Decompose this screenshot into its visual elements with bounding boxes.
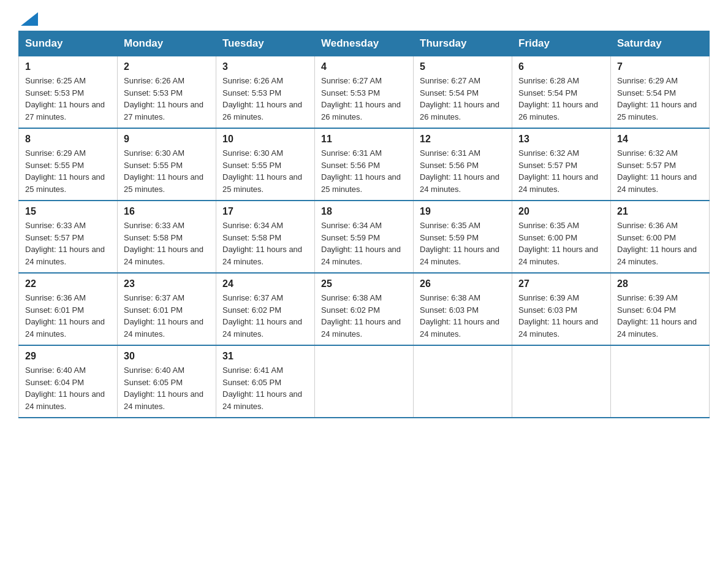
day-number: 29 (25, 351, 111, 362)
calendar-cell: 4 Sunrise: 6:27 AMSunset: 5:53 PMDayligh… (315, 56, 414, 129)
calendar-header-friday: Friday (512, 31, 611, 56)
day-number: 3 (222, 61, 308, 72)
day-info: Sunrise: 6:37 AMSunset: 6:01 PMDaylight:… (124, 292, 210, 340)
day-info: Sunrise: 6:28 AMSunset: 5:54 PMDaylight:… (518, 75, 604, 123)
day-number: 4 (321, 61, 407, 72)
day-number: 7 (617, 61, 703, 72)
calendar-cell: 7 Sunrise: 6:29 AMSunset: 5:54 PMDayligh… (611, 56, 710, 129)
calendar-header-saturday: Saturday (611, 31, 710, 56)
calendar-cell: 5 Sunrise: 6:27 AMSunset: 5:54 PMDayligh… (414, 56, 512, 129)
calendar-header-sunday: Sunday (19, 31, 118, 56)
day-number: 10 (222, 134, 308, 145)
calendar-cell: 8 Sunrise: 6:29 AMSunset: 5:55 PMDayligh… (19, 128, 118, 201)
calendar-cell: 17 Sunrise: 6:34 AMSunset: 5:58 PMDaylig… (216, 201, 315, 273)
calendar-cell: 30 Sunrise: 6:40 AMSunset: 6:05 PMDaylig… (118, 345, 216, 418)
logo-triangle-icon (21, 12, 38, 26)
day-info: Sunrise: 6:35 AMSunset: 6:00 PMDaylight:… (518, 220, 604, 267)
calendar-cell: 28 Sunrise: 6:39 AMSunset: 6:04 PMDaylig… (611, 273, 710, 345)
day-info: Sunrise: 6:36 AMSunset: 6:01 PMDaylight:… (25, 292, 111, 340)
day-info: Sunrise: 6:33 AMSunset: 5:58 PMDaylight:… (124, 220, 210, 267)
calendar-cell (414, 345, 512, 418)
calendar-cell: 23 Sunrise: 6:37 AMSunset: 6:01 PMDaylig… (118, 273, 216, 345)
calendar-cell: 24 Sunrise: 6:37 AMSunset: 6:02 PMDaylig… (216, 273, 315, 345)
calendar-table: SundayMondayTuesdayWednesdayThursdayFrid… (18, 31, 710, 418)
calendar-cell: 1 Sunrise: 6:25 AMSunset: 5:53 PMDayligh… (19, 56, 118, 129)
day-info: Sunrise: 6:31 AMSunset: 5:56 PMDaylight:… (321, 147, 407, 195)
calendar-cell: 25 Sunrise: 6:38 AMSunset: 6:02 PMDaylig… (315, 273, 414, 345)
day-info: Sunrise: 6:27 AMSunset: 5:53 PMDaylight:… (321, 75, 407, 123)
day-info: Sunrise: 6:27 AMSunset: 5:54 PMDaylight:… (420, 75, 506, 123)
calendar-week-row: 29 Sunrise: 6:40 AMSunset: 6:04 PMDaylig… (19, 345, 710, 418)
day-info: Sunrise: 6:40 AMSunset: 6:04 PMDaylight:… (25, 364, 111, 412)
day-info: Sunrise: 6:33 AMSunset: 5:57 PMDaylight:… (25, 220, 111, 267)
day-info: Sunrise: 6:31 AMSunset: 5:56 PMDaylight:… (420, 147, 506, 195)
day-number: 6 (518, 61, 604, 72)
day-number: 2 (124, 61, 210, 72)
day-number: 18 (321, 206, 407, 217)
calendar-cell: 13 Sunrise: 6:32 AMSunset: 5:57 PMDaylig… (512, 128, 611, 201)
calendar-cell: 26 Sunrise: 6:38 AMSunset: 6:03 PMDaylig… (414, 273, 512, 345)
day-info: Sunrise: 6:29 AMSunset: 5:55 PMDaylight:… (25, 147, 111, 195)
calendar-cell: 22 Sunrise: 6:36 AMSunset: 6:01 PMDaylig… (19, 273, 118, 345)
day-info: Sunrise: 6:37 AMSunset: 6:02 PMDaylight:… (222, 292, 308, 340)
day-number: 17 (222, 206, 308, 217)
day-number: 28 (617, 278, 703, 289)
calendar-cell: 20 Sunrise: 6:35 AMSunset: 6:00 PMDaylig… (512, 201, 611, 273)
day-number: 14 (617, 134, 703, 145)
logo (18, 12, 38, 25)
calendar-cell: 9 Sunrise: 6:30 AMSunset: 5:55 PMDayligh… (118, 128, 216, 201)
day-info: Sunrise: 6:34 AMSunset: 5:58 PMDaylight:… (222, 220, 308, 267)
calendar-cell: 10 Sunrise: 6:30 AMSunset: 5:55 PMDaylig… (216, 128, 315, 201)
day-number: 27 (518, 278, 604, 289)
calendar-cell: 3 Sunrise: 6:26 AMSunset: 5:53 PMDayligh… (216, 56, 315, 129)
day-info: Sunrise: 6:38 AMSunset: 6:02 PMDaylight:… (321, 292, 407, 340)
day-info: Sunrise: 6:40 AMSunset: 6:05 PMDaylight:… (124, 364, 210, 412)
day-number: 19 (420, 206, 506, 217)
calendar-cell: 14 Sunrise: 6:32 AMSunset: 5:57 PMDaylig… (611, 128, 710, 201)
day-number: 13 (518, 134, 604, 145)
calendar-cell: 2 Sunrise: 6:26 AMSunset: 5:53 PMDayligh… (118, 56, 216, 129)
day-info: Sunrise: 6:35 AMSunset: 5:59 PMDaylight:… (420, 220, 506, 267)
day-number: 23 (124, 278, 210, 289)
day-info: Sunrise: 6:26 AMSunset: 5:53 PMDaylight:… (124, 75, 210, 123)
calendar-cell (512, 345, 611, 418)
day-info: Sunrise: 6:30 AMSunset: 5:55 PMDaylight:… (124, 147, 210, 195)
day-number: 24 (222, 278, 308, 289)
calendar-week-row: 15 Sunrise: 6:33 AMSunset: 5:57 PMDaylig… (19, 201, 710, 273)
day-number: 26 (420, 278, 506, 289)
calendar-cell (315, 345, 414, 418)
day-info: Sunrise: 6:41 AMSunset: 6:05 PMDaylight:… (222, 364, 308, 412)
day-info: Sunrise: 6:26 AMSunset: 5:53 PMDaylight:… (222, 75, 308, 123)
day-number: 16 (124, 206, 210, 217)
day-number: 9 (124, 134, 210, 145)
calendar-header-wednesday: Wednesday (315, 31, 414, 56)
day-info: Sunrise: 6:39 AMSunset: 6:04 PMDaylight:… (617, 292, 703, 340)
calendar-cell: 12 Sunrise: 6:31 AMSunset: 5:56 PMDaylig… (414, 128, 512, 201)
calendar-cell: 16 Sunrise: 6:33 AMSunset: 5:58 PMDaylig… (118, 201, 216, 273)
day-info: Sunrise: 6:32 AMSunset: 5:57 PMDaylight:… (617, 147, 703, 195)
calendar-cell: 19 Sunrise: 6:35 AMSunset: 5:59 PMDaylig… (414, 201, 512, 273)
day-number: 1 (25, 61, 111, 72)
day-number: 30 (124, 351, 210, 362)
calendar-header-thursday: Thursday (414, 31, 512, 56)
page-header (18, 12, 710, 25)
calendar-cell: 21 Sunrise: 6:36 AMSunset: 6:00 PMDaylig… (611, 201, 710, 273)
calendar-week-row: 22 Sunrise: 6:36 AMSunset: 6:01 PMDaylig… (19, 273, 710, 345)
day-number: 8 (25, 134, 111, 145)
calendar-cell: 31 Sunrise: 6:41 AMSunset: 6:05 PMDaylig… (216, 345, 315, 418)
day-number: 11 (321, 134, 407, 145)
day-number: 15 (25, 206, 111, 217)
calendar-header-row: SundayMondayTuesdayWednesdayThursdayFrid… (19, 31, 710, 56)
calendar-cell: 18 Sunrise: 6:34 AMSunset: 5:59 PMDaylig… (315, 201, 414, 273)
day-info: Sunrise: 6:29 AMSunset: 5:54 PMDaylight:… (617, 75, 703, 123)
calendar-cell: 15 Sunrise: 6:33 AMSunset: 5:57 PMDaylig… (19, 201, 118, 273)
calendar-cell: 6 Sunrise: 6:28 AMSunset: 5:54 PMDayligh… (512, 56, 611, 129)
day-info: Sunrise: 6:30 AMSunset: 5:55 PMDaylight:… (222, 147, 308, 195)
calendar-header-tuesday: Tuesday (216, 31, 315, 56)
day-number: 20 (518, 206, 604, 217)
calendar-header-monday: Monday (118, 31, 216, 56)
day-number: 31 (222, 351, 308, 362)
day-info: Sunrise: 6:25 AMSunset: 5:53 PMDaylight:… (25, 75, 111, 123)
day-info: Sunrise: 6:36 AMSunset: 6:00 PMDaylight:… (617, 220, 703, 267)
calendar-cell: 11 Sunrise: 6:31 AMSunset: 5:56 PMDaylig… (315, 128, 414, 201)
